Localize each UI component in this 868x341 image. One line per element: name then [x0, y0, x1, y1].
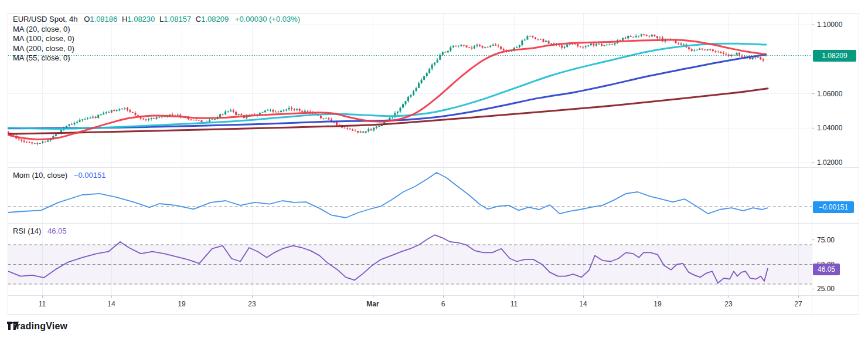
change-value: +0.00030 (+0.03%) [235, 15, 300, 23]
time-tick-label: 27 [794, 300, 802, 308]
open-value: 1.08186 [90, 15, 117, 23]
rsi-value: 46.05 [47, 227, 67, 235]
ma20-legend-row[interactable]: MA (20, close, 0) [13, 25, 300, 35]
main-legend: EUR/USD Spot, 4h O1.08186 H1.08230 L1.08… [13, 15, 300, 63]
time-tick-label: 11 [510, 300, 518, 308]
rsi-tick-label: 75.00 [817, 236, 835, 244]
momentum-value: −0.00151 [74, 171, 106, 180]
time-tick-label: 11 [39, 300, 46, 308]
ma-100-line [8, 55, 766, 129]
rsi-badge: 46.05 [813, 264, 840, 275]
open-label: O [84, 15, 90, 23]
price-tick-label: 1.04000 [817, 124, 842, 132]
time-tick-label: Mar [366, 300, 379, 308]
ma200-legend-row[interactable]: MA (200, close, 0) [13, 44, 300, 54]
symbol-title: EUR/USD Spot, 4h [13, 15, 78, 23]
time-tick-label: 19 [178, 300, 185, 308]
time-tick-label: 23 [724, 300, 732, 308]
price-tick-label: 1.02000 [817, 158, 842, 167]
current-price-badge: 1.08209 [813, 50, 856, 62]
time-tick-label: 23 [248, 300, 256, 308]
tradingview-chart-widget: EUR/USD Spot, 4h O1.08186 H1.08230 L1.08… [0, 0, 868, 341]
time-tick-label: 14 [107, 300, 115, 308]
time-tick-label: 19 [653, 300, 661, 308]
time-axis[interactable]: 11141923Mar61114192327 [8, 295, 812, 315]
price-tick-label: 1.06000 [817, 90, 842, 98]
tradingview-logo-text: TradingView [11, 321, 67, 332]
rsi-label: RSI (14) [13, 227, 41, 235]
rsi-legend[interactable]: RSI (14) 46.05 [13, 227, 67, 237]
momentum-badge: −0.00151 [813, 201, 854, 213]
rsi-tick-label: 25.00 [817, 285, 835, 293]
momentum-label: Mom (10, close) [13, 171, 67, 180]
high-label: H [122, 15, 127, 23]
time-tick-label: 14 [579, 300, 587, 308]
ma100-legend-row[interactable]: MA (100, close, 0) [13, 34, 300, 44]
price-tick-label: 1.10000 [817, 21, 842, 29]
time-tick-label: 6 [441, 300, 445, 308]
high-value: 1.08230 [127, 15, 155, 23]
close-label: C [196, 15, 201, 23]
momentum-line [8, 173, 768, 218]
low-value: 1.08157 [164, 15, 191, 23]
momentum-legend[interactable]: Mom (10, close) −0.00151 [13, 171, 105, 181]
ma55-legend-row[interactable]: MA (55, close, 0) [13, 53, 300, 63]
tradingview-logo[interactable]: TradingView [7, 321, 67, 332]
close-value: 1.08209 [201, 15, 229, 23]
symbol-legend-row[interactable]: EUR/USD Spot, 4h O1.08186 H1.08230 L1.08… [13, 15, 300, 25]
